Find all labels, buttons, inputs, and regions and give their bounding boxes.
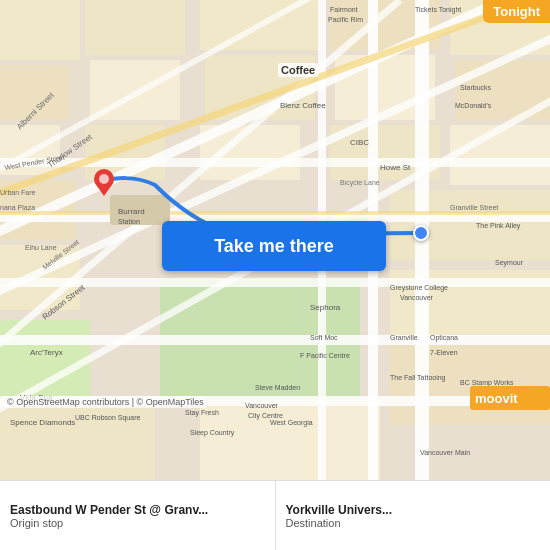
svg-text:Eihu Lane: Eihu Lane [25, 244, 57, 251]
svg-marker-86 [97, 186, 111, 196]
svg-text:Vancouver Main: Vancouver Main [420, 449, 470, 456]
svg-text:Seymour: Seymour [495, 259, 524, 267]
svg-text:City Centre: City Centre [248, 412, 283, 420]
svg-rect-20 [390, 190, 550, 260]
coffee-label: Coffee [278, 63, 318, 77]
origin-dot [413, 225, 429, 241]
svg-rect-23 [200, 400, 380, 480]
tonight-label: Tonight [493, 4, 540, 19]
svg-text:F Pacific Centre: F Pacific Centre [300, 352, 350, 359]
svg-text:West Georgia: West Georgia [270, 419, 313, 427]
svg-text:nana Plaza: nana Plaza [0, 204, 35, 211]
take-me-there-label: Take me there [214, 236, 334, 257]
bottom-bar: Eastbound W Pender St @ Granv... Origin … [0, 480, 550, 550]
svg-text:Pacific Rim: Pacific Rim [328, 16, 363, 23]
svg-rect-3 [0, 0, 80, 60]
svg-text:Fairmont: Fairmont [330, 6, 358, 13]
svg-text:Stay Fresh: Stay Fresh [185, 409, 219, 417]
svg-point-85 [99, 174, 109, 184]
svg-text:Soft Moc: Soft Moc [310, 334, 338, 341]
svg-text:Arc'Teryx: Arc'Teryx [30, 348, 63, 357]
coffee-text: Coffee [281, 64, 315, 76]
svg-text:Urban Fare: Urban Fare [0, 189, 36, 196]
svg-rect-33 [0, 335, 550, 345]
svg-text:Starbucks: Starbucks [460, 84, 492, 91]
map-container: Burrard Station Thurlow Street Alberni S… [0, 0, 550, 480]
svg-text:Vancouver: Vancouver [400, 294, 434, 301]
svg-text:Burrard: Burrard [118, 207, 145, 216]
svg-text:Station: Station [118, 218, 140, 225]
svg-text:Bicycle Lane: Bicycle Lane [340, 179, 380, 187]
destination-cell: Yorkville Univers... Destination [276, 481, 551, 550]
svg-text:Steve Madden: Steve Madden [255, 384, 300, 391]
origin-cell: Eastbound W Pender St @ Granv... Origin … [0, 481, 276, 550]
svg-text:CIBC: CIBC [350, 138, 369, 147]
svg-rect-8 [85, 0, 185, 55]
destination-name: Yorkville Univers... [286, 503, 541, 517]
destination-sublabel: Destination [286, 517, 541, 529]
tonight-badge: Tonight [483, 0, 550, 23]
svg-text:Opticana: Opticana [430, 334, 458, 342]
svg-rect-24 [0, 400, 155, 480]
moovit-logo: moovit [470, 386, 550, 410]
attribution-text: © OpenStreetMap contributors | © OpenMap… [7, 397, 204, 407]
take-me-there-button[interactable]: Take me there [162, 221, 386, 271]
svg-text:Greystone College: Greystone College [390, 284, 448, 292]
svg-text:The Pink Alley: The Pink Alley [476, 222, 521, 230]
svg-text:Howe St: Howe St [380, 163, 411, 172]
svg-text:moovit: moovit [475, 391, 518, 406]
svg-text:7-Eleven: 7-Eleven [430, 349, 458, 356]
svg-text:Tickets Tonight: Tickets Tonight [415, 6, 461, 14]
svg-text:UBC Robson Square: UBC Robson Square [75, 414, 140, 422]
svg-text:Granville: Granville [390, 334, 418, 341]
svg-text:Spence Diamonds: Spence Diamonds [10, 418, 75, 427]
origin-name: Eastbound W Pender St @ Granv... [10, 503, 265, 517]
svg-text:Sleep Country: Sleep Country [190, 429, 235, 437]
destination-pin [93, 168, 115, 196]
svg-text:Granville Street: Granville Street [450, 204, 498, 211]
svg-text:Sephora: Sephora [310, 303, 341, 312]
svg-rect-19 [450, 125, 550, 185]
svg-text:The Fall Tattooing: The Fall Tattooing [390, 374, 446, 382]
svg-text:Blenz Coffee: Blenz Coffee [280, 101, 326, 110]
svg-text:Vancouver: Vancouver [245, 402, 279, 409]
origin-sublabel: Origin stop [10, 517, 265, 529]
svg-text:McDonald's: McDonald's [455, 102, 492, 109]
map-attribution: © OpenStreetMap contributors | © OpenMap… [4, 396, 207, 408]
